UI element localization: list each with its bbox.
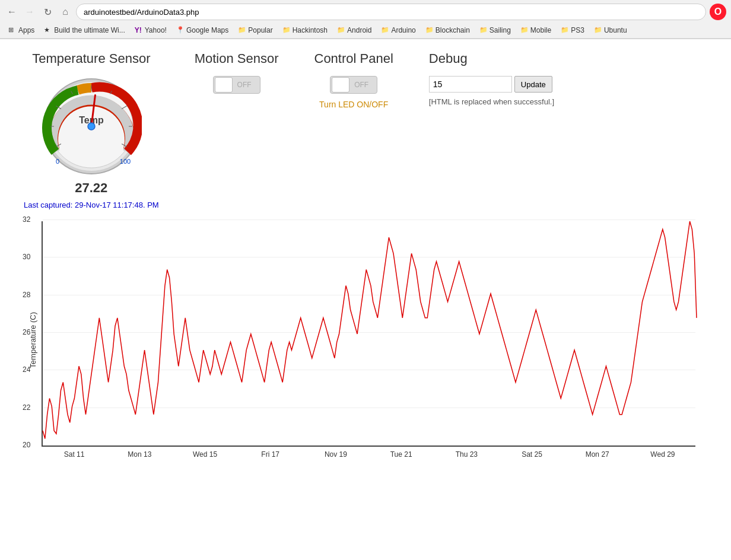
control-panel-title: Control Panel — [314, 51, 393, 66]
bookmark-ubuntu[interactable]: 📁 Ubuntu — [590, 25, 631, 36]
apps-icon: ⊞ — [8, 26, 17, 34]
gauge: 0 100 Temp — [41, 76, 142, 177]
bookmark-blockchain[interactable]: 📁 Blockchain — [422, 25, 473, 36]
chart-area: 20 22 24 26 28 30 32 — [42, 221, 695, 447]
folder-icon: 📁 — [238, 26, 246, 34]
chart-wrapper: Temperature (C) — [24, 221, 707, 459]
motion-toggle-label: OFF — [237, 81, 252, 89]
bookmark-sailing[interactable]: 📁 Sailing — [476, 25, 514, 36]
control-panel-toggle[interactable]: OFF — [330, 76, 377, 94]
debug-update-button[interactable]: Update — [514, 76, 552, 93]
svg-text:0: 0 — [56, 158, 59, 165]
y-tick-22: 22 — [23, 403, 30, 412]
bookmark-apps[interactable]: ⊞ Apps — [5, 25, 38, 36]
bookmark-ps3[interactable]: 📁 PS3 — [557, 25, 588, 36]
folder-icon: 📁 — [479, 26, 488, 34]
debug-value-input[interactable] — [429, 76, 512, 93]
y-tick-26: 26 — [23, 328, 30, 336]
bookmark-star-icon: ★ — [44, 26, 52, 34]
y-tick-20: 20 — [23, 441, 30, 449]
widgets-row: Temperature Sensor — [0, 39, 731, 209]
browser-toolbar: ← → ↻ ⌂ O — [0, 0, 731, 24]
x-label-wed29: Wed 29 — [630, 450, 695, 459]
control-panel-widget: Control Panel OFF Turn LED ON/OFF — [314, 51, 393, 109]
yahoo-icon: Y! — [135, 26, 143, 34]
forward-button[interactable]: → — [23, 5, 37, 19]
x-label-tue21: Tue 21 — [368, 450, 434, 459]
debug-title: Debug — [429, 51, 468, 66]
x-label-mon27: Mon 27 — [565, 450, 630, 459]
motion-sensor-widget: Motion Sensor OFF — [195, 51, 279, 94]
gauge-svg: 0 100 Temp — [41, 76, 142, 177]
temperature-chart-svg — [43, 221, 695, 446]
svg-text:100: 100 — [120, 158, 131, 165]
gridline-32 — [43, 219, 695, 220]
address-bar[interactable] — [76, 4, 706, 20]
temperature-value: 27.22 — [75, 180, 107, 196]
bookmark-popular[interactable]: 📁 Popular — [234, 25, 276, 36]
opera-menu-button[interactable]: O — [710, 4, 726, 20]
temperature-sensor-title: Temperature Sensor — [32, 51, 150, 66]
x-label-sat11: Sat 11 — [42, 450, 107, 459]
debug-widget: Debug Update [HTML is replaced when succ… — [429, 51, 554, 106]
folder-icon: 📁 — [337, 26, 345, 34]
x-label-thu23: Thu 23 — [434, 450, 499, 459]
led-label: Turn LED ON/OFF — [319, 100, 388, 109]
folder-icon: 📁 — [594, 26, 602, 34]
x-label-sat25: Sat 25 — [499, 450, 564, 459]
browser-chrome: ← → ↻ ⌂ O ⊞ Apps ★ Build the ultimate Wi… — [0, 0, 731, 39]
x-label-nov19: Nov 19 — [303, 450, 368, 459]
maps-icon: 📍 — [176, 26, 185, 34]
bookmark-mobile[interactable]: 📁 Mobile — [517, 25, 555, 36]
x-label-mon13: Mon 13 — [107, 450, 172, 459]
temperature-sensor-widget: Temperature Sensor — [24, 51, 159, 209]
x-label-wed15: Wed 15 — [172, 450, 237, 459]
x-label-fri17: Fri 17 — [238, 450, 303, 459]
reload-button[interactable]: ↻ — [40, 5, 55, 19]
folder-icon: 📁 — [520, 26, 529, 34]
debug-input-row: Update — [429, 76, 552, 93]
bookmark-build[interactable]: ★ Build the ultimate Wi... — [40, 25, 128, 36]
chart-section: Temperature (C) — [0, 209, 731, 482]
bookmark-hackintosh[interactable]: 📁 Hackintosh — [279, 25, 331, 36]
back-button[interactable]: ← — [5, 5, 19, 19]
bookmark-maps[interactable]: 📍 Google Maps — [173, 25, 232, 36]
bookmark-arduino[interactable]: 📁 Arduino — [377, 25, 419, 36]
motion-sensor-title: Motion Sensor — [195, 51, 279, 66]
folder-icon: 📁 — [425, 26, 434, 34]
home-button[interactable]: ⌂ — [58, 5, 72, 19]
y-tick-24: 24 — [23, 365, 30, 374]
folder-icon: 📁 — [282, 26, 291, 34]
motion-sensor-toggle[interactable]: OFF — [213, 76, 260, 94]
bookmark-android[interactable]: 📁 Android — [333, 25, 375, 36]
svg-point-16 — [88, 123, 95, 130]
control-toggle-label: OFF — [354, 81, 368, 89]
temperature-line — [43, 221, 697, 438]
y-tick-30: 30 — [23, 253, 30, 261]
x-labels: Sat 11 Mon 13 Wed 15 Fri 17 Nov 19 Tue 2… — [42, 447, 695, 459]
last-captured-label: Last captured: 29-Nov-17 11:17:48. PM — [24, 201, 159, 209]
folder-icon: 📁 — [381, 26, 389, 34]
folder-icon: 📁 — [561, 26, 569, 34]
bookmarks-bar: ⊞ Apps ★ Build the ultimate Wi... Y! Yah… — [0, 24, 731, 39]
y-tick-32: 32 — [23, 215, 30, 224]
debug-message: [HTML is replaced when successful.] — [429, 97, 554, 106]
y-tick-28: 28 — [23, 291, 30, 299]
bookmark-yahoo[interactable]: Y! Yahoo! — [131, 25, 170, 36]
